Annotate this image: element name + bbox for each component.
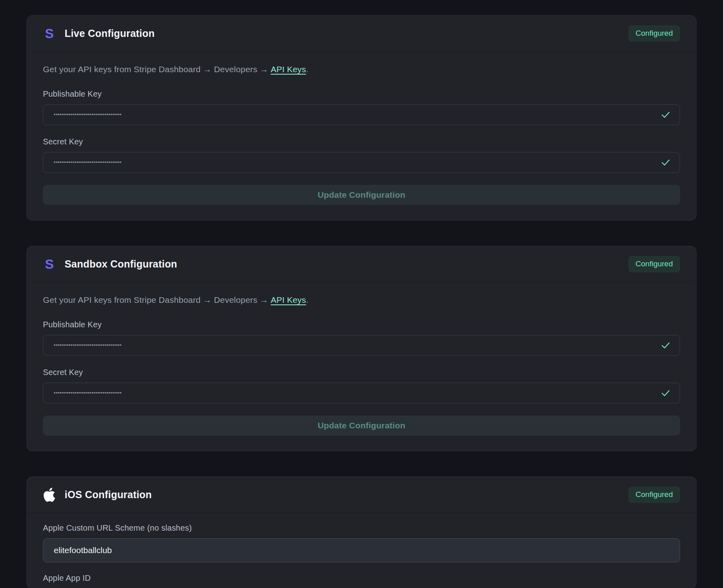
sandbox-configuration-card: S Sandbox Configuration Configured Get y… [26, 246, 697, 451]
instruction-period: . [306, 295, 309, 304]
card-header: iOS Configuration Configured [27, 477, 696, 513]
secret-key-label: Secret Key [43, 137, 680, 146]
stripe-icon: S [43, 258, 56, 271]
configured-badge: Configured [628, 487, 680, 503]
live-configuration-card: S Live Configuration Configured Get your… [26, 15, 697, 221]
apple-url-scheme-label: Apple Custom URL Scheme (no slashes) [43, 523, 680, 533]
card-title: iOS Configuration [65, 489, 152, 501]
publishable-key-label: Publishable Key [43, 89, 680, 99]
secret-key-input[interactable]: •••••••••••••••••••••••••••••••••••• [43, 383, 680, 403]
apple-url-scheme-input[interactable]: elitefootballclub [43, 538, 680, 562]
check-icon [660, 157, 671, 168]
card-body: Get your API keys from Stripe Dashboard … [27, 52, 696, 220]
check-icon [660, 109, 671, 120]
card-title: Sandbox Configuration [65, 258, 177, 270]
secret-key-label: Secret Key [43, 368, 680, 377]
configured-badge: Configured [628, 25, 680, 42]
masked-value: •••••••••••••••••••••••••••••••••••• [54, 160, 122, 165]
secret-key-input[interactable]: •••••••••••••••••••••••••••••••••••• [43, 152, 680, 173]
publishable-key-input[interactable]: •••••••••••••••••••••••••••••••••••• [43, 335, 680, 356]
stripe-s-glyph: S [45, 258, 54, 271]
card-body: Get your API keys from Stripe Dashboard … [27, 282, 696, 451]
card-body: Apple Custom URL Scheme (no slashes) eli… [27, 513, 696, 583]
api-keys-instruction: Get your API keys from Stripe Dashboard … [43, 65, 680, 74]
instruction-period: . [306, 65, 309, 74]
api-keys-instruction: Get your API keys from Stripe Dashboard … [43, 295, 680, 305]
apple-app-id-label: Apple App ID [43, 574, 680, 583]
check-icon [660, 388, 671, 398]
api-keys-link[interactable]: API Keys [271, 65, 306, 74]
publishable-key-label: Publishable Key [43, 320, 680, 329]
check-icon [660, 340, 671, 351]
card-title: Live Configuration [65, 28, 154, 39]
configured-badge: Configured [628, 256, 680, 272]
instruction-text: Get your API keys from Stripe Dashboard … [43, 65, 271, 74]
stripe-s-glyph: S [45, 27, 54, 40]
api-keys-link[interactable]: API Keys [271, 295, 306, 304]
instruction-text: Get your API keys from Stripe Dashboard … [43, 295, 271, 304]
masked-value: •••••••••••••••••••••••••••••••••••• [54, 343, 122, 348]
update-configuration-button[interactable]: Update Configuration [43, 416, 680, 436]
apple-url-scheme-value: elitefootballclub [54, 545, 112, 555]
apple-icon [43, 488, 56, 502]
publishable-key-input[interactable]: •••••••••••••••••••••••••••••••••••• [43, 104, 680, 125]
update-configuration-button[interactable]: Update Configuration [43, 185, 680, 205]
payment-settings-page: S Live Configuration Configured Get your… [0, 0, 723, 588]
stripe-icon: S [43, 27, 56, 40]
masked-value: •••••••••••••••••••••••••••••••••••• [54, 390, 122, 396]
card-header: S Sandbox Configuration Configured [27, 246, 696, 282]
masked-value: •••••••••••••••••••••••••••••••••••• [54, 112, 122, 118]
card-header: S Live Configuration Configured [27, 16, 696, 52]
ios-configuration-card: iOS Configuration Configured Apple Custo… [26, 476, 697, 588]
